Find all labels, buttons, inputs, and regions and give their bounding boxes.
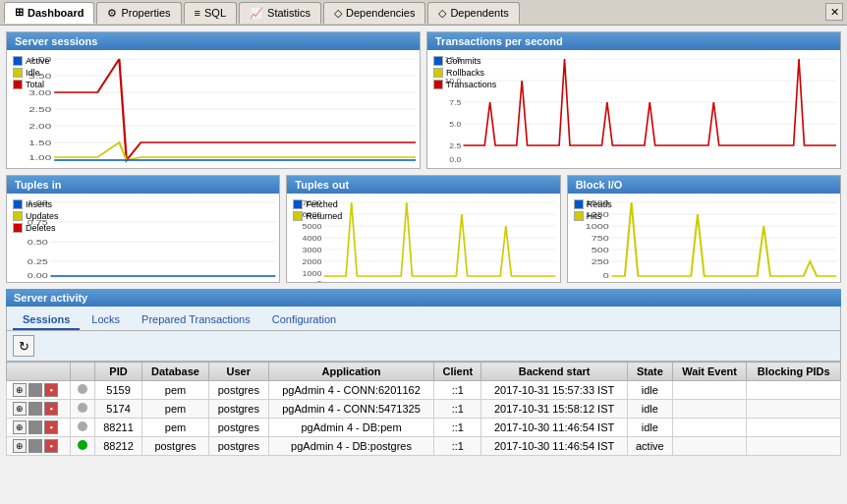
table-row: ⊕ ▪ 5159 pem postgres pgAdmin 4 - CONN:6… bbox=[7, 381, 841, 400]
row-kill-btn[interactable]: ▪ bbox=[44, 439, 58, 453]
tab-sql[interactable]: ≡ SQL bbox=[184, 2, 237, 24]
svg-text:0.50: 0.50 bbox=[28, 237, 48, 246]
user-cell: postgres bbox=[208, 400, 268, 419]
status-dot bbox=[78, 421, 87, 431]
returned-label: Returned bbox=[306, 211, 342, 221]
properties-icon: ⚙ bbox=[107, 7, 117, 20]
hits-label: Hits bbox=[587, 211, 602, 221]
legend-total: Total bbox=[13, 80, 50, 89]
svg-text:500: 500 bbox=[591, 245, 608, 253]
state-cell: idle bbox=[627, 381, 672, 400]
svg-text:0: 0 bbox=[602, 270, 608, 279]
col-blocking-pids: Blocking PIDs bbox=[747, 363, 841, 381]
state-cell: active bbox=[627, 437, 672, 456]
state-cell: idle bbox=[627, 419, 672, 437]
tab-sessions[interactable]: Sessions bbox=[13, 310, 80, 330]
tab-dependents[interactable]: ◇ Dependents bbox=[427, 2, 519, 24]
updates-label: Updates bbox=[26, 211, 59, 221]
legend-inserts: Inserts bbox=[13, 199, 59, 209]
main-content: Server sessions Active Idle Total bbox=[0, 26, 847, 504]
wait-event-cell bbox=[672, 437, 747, 456]
server-sessions-title: Server sessions bbox=[7, 32, 420, 50]
fetched-color bbox=[293, 199, 303, 209]
tuples-in-chart: Inserts Updates Deletes bbox=[7, 194, 279, 282]
row-controls-cell: ⊕ ▪ bbox=[7, 419, 71, 437]
transactions-panel: Transactions per second Commits Rollback… bbox=[426, 31, 841, 169]
server-sessions-legend: Active Idle Total bbox=[13, 56, 50, 91]
block-io-panel: Block I/O Reads Hits bbox=[567, 175, 841, 283]
status-dot bbox=[78, 403, 87, 413]
client-cell: ::1 bbox=[434, 419, 481, 437]
reads-color bbox=[574, 199, 584, 209]
row-stop-btn[interactable] bbox=[28, 383, 42, 397]
row-stop-btn[interactable] bbox=[28, 402, 42, 416]
tab-configuration[interactable]: Configuration bbox=[262, 310, 346, 330]
row-info-btn[interactable]: ⊕ bbox=[13, 402, 27, 416]
svg-text:250: 250 bbox=[591, 256, 608, 265]
row-status-cell bbox=[70, 419, 94, 437]
activity-title: Server activity bbox=[6, 289, 841, 307]
tab-dashboard[interactable]: ⊞ Dashboard bbox=[4, 2, 94, 24]
transactions-legend: Commits Rollbacks Transactions bbox=[433, 56, 496, 91]
active-label: Active bbox=[26, 56, 50, 66]
row-info-btn[interactable]: ⊕ bbox=[13, 439, 27, 453]
tab-locks[interactable]: Locks bbox=[82, 310, 130, 330]
inserts-label: Inserts bbox=[26, 199, 52, 209]
charts-row-1: Server sessions Active Idle Total bbox=[0, 26, 847, 175]
row-stop-btn[interactable] bbox=[28, 420, 42, 434]
application-cell: pgAdmin 4 - CONN:6201162 bbox=[268, 381, 434, 400]
state-cell: idle bbox=[627, 400, 672, 419]
close-button[interactable]: ✕ bbox=[825, 3, 843, 21]
svg-text:2.00: 2.00 bbox=[28, 122, 51, 131]
sessions-table: PID Database User Application Client Bac… bbox=[6, 362, 841, 456]
legend-idle: Idle bbox=[13, 68, 50, 78]
blocking-pids-cell bbox=[747, 419, 841, 437]
tab-prepared-transactions[interactable]: Prepared Transactions bbox=[132, 310, 260, 330]
transactions-chart: Commits Rollbacks Transactions bbox=[427, 50, 840, 168]
server-sessions-svg: 4.00 3.50 3.00 2.50 2.00 1.50 1.00 bbox=[11, 54, 416, 162]
row-info-btn[interactable]: ⊕ bbox=[13, 420, 27, 434]
svg-text:2000: 2000 bbox=[303, 256, 322, 265]
wait-event-cell bbox=[672, 419, 747, 437]
table-row: ⊕ ▪ 88212 postgres postgres pgAdmin 4 - … bbox=[7, 437, 841, 456]
col-state: State bbox=[627, 363, 672, 381]
col-backend-start: Backend start bbox=[481, 363, 628, 381]
col-application: Application bbox=[268, 363, 434, 381]
legend-deletes: Deletes bbox=[13, 223, 59, 233]
backend-start-cell: 2017-10-30 11:46:54 IST bbox=[481, 419, 628, 437]
legend-fetched: Fetched bbox=[293, 199, 342, 209]
tuples-in-legend: Inserts Updates Deletes bbox=[13, 199, 59, 235]
col-client: Client bbox=[434, 363, 481, 381]
row-kill-btn[interactable]: ▪ bbox=[44, 383, 58, 397]
legend-active: Active bbox=[13, 56, 50, 66]
svg-text:1.00: 1.00 bbox=[28, 153, 51, 162]
block-io-title: Block I/O bbox=[568, 176, 840, 194]
svg-text:1000: 1000 bbox=[303, 268, 322, 277]
row-kill-btn[interactable]: ▪ bbox=[44, 402, 58, 416]
svg-text:4000: 4000 bbox=[303, 233, 322, 242]
tab-statistics[interactable]: 📈 Statistics bbox=[239, 2, 321, 24]
row-kill-btn[interactable]: ▪ bbox=[44, 420, 58, 434]
active-color bbox=[13, 56, 23, 66]
legend-updates: Updates bbox=[13, 211, 59, 221]
application-cell: pgAdmin 4 - DB:pem bbox=[268, 419, 434, 437]
row-controls-cell: ⊕ ▪ bbox=[7, 400, 71, 419]
tab-properties[interactable]: ⚙ Properties bbox=[96, 2, 181, 24]
refresh-button[interactable]: ↻ bbox=[13, 335, 34, 357]
row-info-btn[interactable]: ⊕ bbox=[13, 383, 27, 397]
col-pid: PID bbox=[95, 363, 142, 381]
total-label: Total bbox=[26, 80, 44, 89]
statistics-icon: 📈 bbox=[250, 7, 263, 20]
col-actions bbox=[7, 363, 71, 381]
client-cell: ::1 bbox=[434, 381, 481, 400]
database-cell: pem bbox=[141, 381, 208, 400]
legend-rollbacks: Rollbacks bbox=[433, 68, 496, 78]
server-sessions-chart: Active Idle Total bbox=[7, 50, 420, 168]
svg-text:3000: 3000 bbox=[303, 245, 322, 253]
database-cell: pem bbox=[141, 419, 208, 437]
pid-cell: 88211 bbox=[95, 419, 142, 437]
row-stop-btn[interactable] bbox=[28, 439, 42, 453]
tab-dependencies[interactable]: ◇ Dependencies bbox=[323, 2, 425, 24]
svg-text:5.0: 5.0 bbox=[449, 119, 461, 129]
svg-text:7.5: 7.5 bbox=[449, 97, 461, 107]
